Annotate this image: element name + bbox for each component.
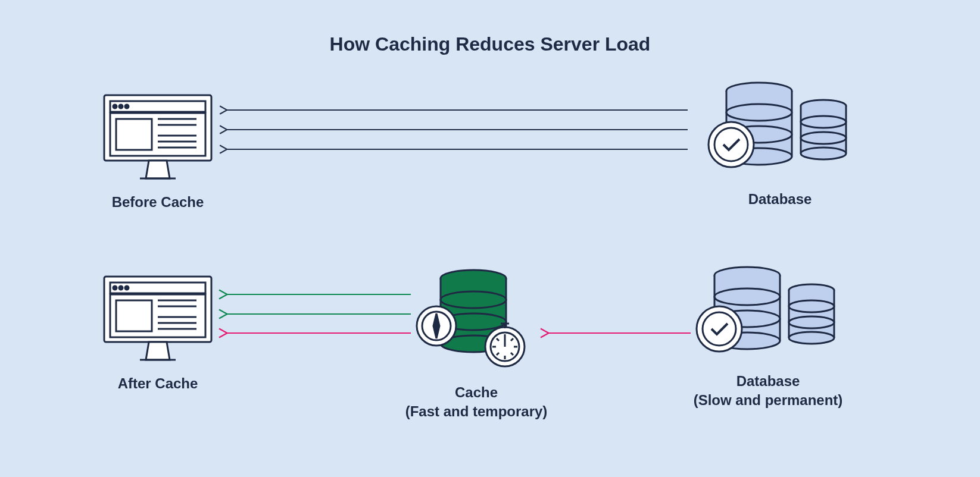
svg-rect-35 bbox=[116, 300, 152, 331]
svg-point-3 bbox=[113, 105, 117, 108]
database-icon bbox=[703, 80, 857, 181]
after-database: Database (Slow and permanent) bbox=[643, 265, 893, 410]
cache-node: Cache (Fast and temporary) bbox=[387, 268, 566, 422]
after-cache-label: After Cache bbox=[83, 374, 232, 393]
svg-point-69 bbox=[789, 316, 834, 328]
diagram-title: How Caching Reduces Server Load bbox=[0, 0, 980, 55]
database-icon bbox=[691, 265, 845, 366]
before-cache-label: Before Cache bbox=[83, 193, 232, 212]
svg-point-68 bbox=[789, 300, 834, 312]
svg-rect-65 bbox=[789, 290, 834, 338]
svg-point-32 bbox=[113, 286, 117, 290]
cache-icon bbox=[405, 268, 548, 375]
svg-point-4 bbox=[119, 105, 123, 108]
after-database-label-line-1: Database bbox=[643, 372, 893, 391]
svg-point-46 bbox=[441, 291, 506, 308]
before-database: Database bbox=[685, 80, 875, 209]
svg-point-79 bbox=[703, 312, 736, 346]
svg-point-28 bbox=[714, 128, 748, 161]
computer-icon bbox=[98, 271, 217, 366]
svg-point-70 bbox=[789, 332, 834, 344]
after-database-label-line-2: (Slow and permanent) bbox=[643, 391, 893, 410]
cache-label-line-1: Cache bbox=[387, 383, 566, 402]
cache-label-line-2: (Fast and temporary) bbox=[387, 402, 566, 421]
svg-rect-14 bbox=[801, 106, 846, 153]
svg-point-18 bbox=[801, 132, 846, 144]
svg-point-33 bbox=[119, 286, 123, 290]
before-cache-client: Before Cache bbox=[83, 89, 232, 212]
svg-point-19 bbox=[801, 148, 846, 159]
svg-rect-6 bbox=[116, 119, 152, 150]
svg-point-24 bbox=[726, 104, 792, 121]
computer-icon bbox=[98, 89, 217, 184]
svg-point-17 bbox=[801, 116, 846, 128]
svg-point-75 bbox=[714, 288, 780, 305]
svg-point-5 bbox=[125, 105, 129, 108]
before-database-label: Database bbox=[685, 190, 875, 209]
svg-point-34 bbox=[125, 286, 129, 290]
after-cache-client: After Cache bbox=[83, 271, 232, 393]
